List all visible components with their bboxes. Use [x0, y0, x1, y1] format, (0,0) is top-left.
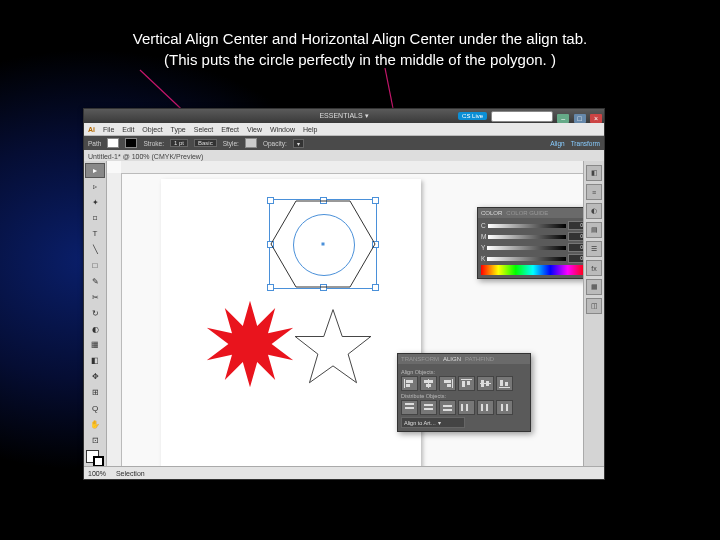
horizontal-align-right-button[interactable]	[439, 376, 456, 391]
rectangle-tool[interactable]: □	[85, 258, 105, 273]
m-slider[interactable]	[488, 235, 566, 239]
dock-icon[interactable]: ▦	[586, 279, 602, 295]
align-tab[interactable]: ALIGN	[443, 356, 461, 362]
horizontal-distribute-center-button[interactable]	[477, 400, 494, 415]
scissors-tool[interactable]: ✂	[85, 290, 105, 305]
hand-tool[interactable]: ✋	[85, 417, 105, 432]
rotate-tool[interactable]: ↻	[85, 306, 105, 321]
horizontal-align-left-button[interactable]	[401, 376, 418, 391]
vertical-align-top-button[interactable]	[458, 376, 475, 391]
workspace-switcher[interactable]: ESSENTIALS ▾	[319, 112, 368, 120]
dock-icon[interactable]: ▤	[586, 222, 602, 238]
opacity-dropdown[interactable]: ▾	[293, 139, 304, 148]
canvas-area[interactable]: COLOR COLOR GUIDE C0 M0 Y0 K0	[107, 161, 583, 467]
menu-item[interactable]: Window	[270, 126, 295, 133]
outline-star-shape[interactable]	[291, 307, 375, 387]
pathfinder-tab[interactable]: PATHFIND	[465, 356, 494, 362]
caption-line-1: Vertical Align Center and Horizontal Ali…	[133, 30, 587, 47]
mesh-tool[interactable]: ✥	[85, 369, 105, 384]
dock-icon[interactable]: fx	[586, 260, 602, 276]
fill-swatch[interactable]	[107, 138, 119, 148]
menu-item[interactable]: Help	[303, 126, 317, 133]
menu-item[interactable]: Effect	[221, 126, 239, 133]
direct-selection-tool[interactable]: ▹	[85, 179, 105, 194]
style-swatch[interactable]	[245, 138, 257, 148]
svg-rect-20	[499, 387, 510, 388]
y-label: Y	[481, 244, 485, 251]
line-tool[interactable]: ╲	[85, 242, 105, 257]
c-value[interactable]: 0	[568, 221, 583, 230]
align-link[interactable]: Align	[550, 140, 564, 147]
eyedropper-tool[interactable]: Q	[85, 401, 105, 416]
magic-wand-tool[interactable]: ✦	[85, 195, 105, 210]
red-starburst-shape[interactable]	[205, 299, 295, 389]
dock-icon[interactable]: ☰	[586, 241, 602, 257]
menu-item[interactable]: Object	[142, 126, 162, 133]
svg-rect-23	[405, 403, 414, 405]
transform-tab[interactable]: TRANSFORM	[401, 356, 439, 362]
horizontal-align-center-button[interactable]	[420, 376, 437, 391]
transform-link[interactable]: Transform	[571, 140, 600, 147]
m-value[interactable]: 0	[568, 232, 583, 241]
pencil-tool[interactable]: ✎	[85, 274, 105, 289]
vertical-distribute-bottom-button[interactable]	[439, 400, 456, 415]
svg-rect-28	[443, 409, 452, 411]
menu-item[interactable]: Type	[171, 126, 186, 133]
c-slider[interactable]	[488, 224, 566, 228]
svg-rect-6	[406, 380, 413, 383]
brush-dropdown[interactable]: Basic	[194, 139, 217, 147]
dock-icon[interactable]: ◐	[586, 203, 602, 219]
align-panel[interactable]: TRANSFORM ALIGN PATHFIND Align Objects:	[397, 353, 531, 432]
gradient-tool[interactable]: ⊞	[85, 385, 105, 400]
menu-item[interactable]: View	[247, 126, 262, 133]
vertical-distribute-top-button[interactable]	[401, 400, 418, 415]
menu-item[interactable]: Select	[194, 126, 213, 133]
width-tool[interactable]: ◐	[85, 322, 105, 337]
minimize-button[interactable]: –	[557, 114, 569, 123]
maximize-button[interactable]: □	[574, 114, 586, 123]
type-tool[interactable]: T	[85, 226, 105, 241]
shape-builder-tool[interactable]: ▦	[85, 337, 105, 352]
k-value[interactable]: 0	[568, 254, 583, 263]
selected-hexagon-group[interactable]	[269, 199, 377, 289]
svg-rect-21	[500, 380, 503, 386]
zoom-level[interactable]: 100%	[88, 470, 106, 477]
svg-rect-18	[481, 380, 484, 387]
dock-icon[interactable]: ≡	[586, 184, 602, 200]
y-slider[interactable]	[487, 246, 566, 250]
cs-live-button[interactable]: CS Live	[458, 112, 487, 120]
dock-icon[interactable]: ◧	[586, 165, 602, 181]
perspective-tool[interactable]: ◧	[85, 353, 105, 368]
selection-tool[interactable]: ▸	[85, 163, 105, 178]
artboard-tool[interactable]: ⊡	[85, 433, 105, 448]
color-guide-tab[interactable]: COLOR GUIDE	[506, 210, 548, 216]
stroke-weight-field[interactable]: 1 pt	[170, 139, 188, 147]
search-input[interactable]	[491, 111, 553, 122]
svg-rect-12	[444, 380, 451, 383]
window-titlebar: ESSENTIALS ▾ CS Live – □ ×	[84, 109, 604, 123]
stroke-swatch[interactable]	[125, 138, 137, 148]
dock-icon[interactable]: ◫	[586, 298, 602, 314]
svg-rect-33	[501, 404, 503, 411]
svg-rect-13	[447, 384, 451, 387]
stroke-label: Stroke:	[143, 140, 164, 147]
fill-stroke-control[interactable]	[86, 450, 104, 467]
horizontal-distribute-left-button[interactable]	[458, 400, 475, 415]
y-value[interactable]: 0	[568, 243, 583, 252]
menu-item[interactable]: Ai	[88, 126, 95, 133]
color-tab[interactable]: COLOR	[481, 210, 502, 216]
menu-item[interactable]: Edit	[122, 126, 134, 133]
horizontal-distribute-right-button[interactable]	[496, 400, 513, 415]
artboard[interactable]	[161, 179, 421, 467]
vertical-align-center-button[interactable]	[477, 376, 494, 391]
k-slider[interactable]	[487, 257, 566, 261]
spectrum-ramp[interactable]	[481, 265, 583, 275]
close-button[interactable]: ×	[590, 114, 602, 123]
svg-rect-9	[424, 380, 433, 383]
menu-item[interactable]: File	[103, 126, 114, 133]
lasso-tool[interactable]: ⌑	[85, 211, 105, 226]
align-to-dropdown[interactable]: Align to Art… ▾	[401, 417, 465, 428]
vertical-distribute-center-button[interactable]	[420, 400, 437, 415]
vertical-align-bottom-button[interactable]	[496, 376, 513, 391]
color-panel[interactable]: COLOR COLOR GUIDE C0 M0 Y0 K0	[477, 207, 583, 279]
